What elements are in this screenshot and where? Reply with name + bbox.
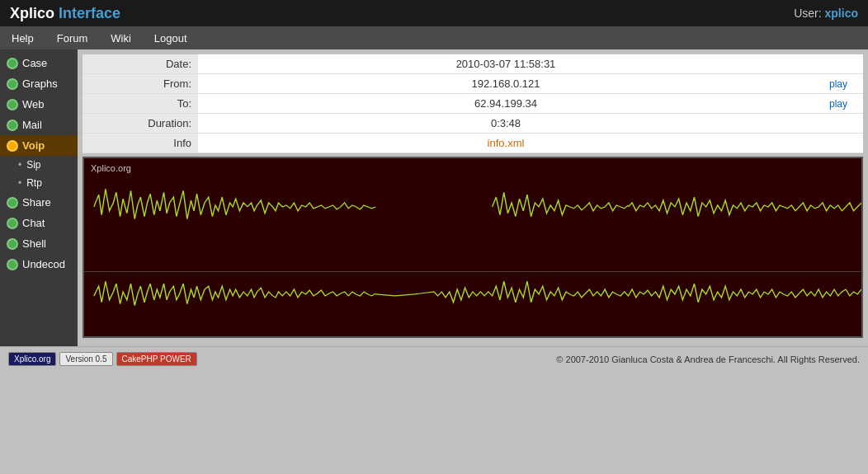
sidebar-item-voip[interactable]: Voip	[0, 135, 78, 156]
sidebar-item-sip[interactable]: Sip	[0, 156, 78, 174]
sidebar-label-web: Web	[22, 98, 45, 110]
from-label: From:	[83, 74, 198, 94]
footer: Xplico.org Version 0.5 CakePHP POWER © 2…	[0, 346, 868, 371]
sidebar-label-sip: Sip	[26, 159, 40, 171]
sidebar-item-chat[interactable]: Chat	[0, 213, 78, 233]
sidebar-label-share: Share	[22, 196, 51, 209]
sidebar-item-mail[interactable]: Mail	[0, 115, 78, 135]
sidebar-label-mail: Mail	[22, 119, 42, 131]
sidebar-label-case: Case	[22, 57, 47, 69]
mail-icon	[7, 120, 18, 131]
info-play-cell	[814, 134, 863, 153]
info-link[interactable]: info.xml	[488, 137, 525, 149]
logo-xplico: Xplico	[10, 5, 54, 21]
info-value[interactable]: info.xml	[198, 134, 814, 153]
waveform-container: Xplico.org	[83, 157, 863, 338]
footer-badges: Xplico.org Version 0.5 CakePHP POWER	[8, 352, 197, 366]
waveform-svg	[84, 158, 861, 336]
to-value: 62.94.199.34	[198, 94, 814, 114]
info-label: Info	[83, 134, 198, 153]
badge-xplico: Xplico.org	[8, 352, 56, 366]
play-to-link[interactable]: play	[829, 98, 847, 110]
to-label: To:	[83, 94, 198, 114]
sidebar-label-rtp: Rtp	[26, 177, 42, 189]
from-value: 192.168.0.121	[198, 74, 814, 94]
shell-icon	[7, 238, 18, 250]
sidebar-label-graphs: Graphs	[22, 77, 58, 90]
copyright: © 2007-2010 Gianluca Costa & Andrea de F…	[556, 354, 860, 364]
sidebar-item-rtp[interactable]: Rtp	[0, 174, 78, 192]
sidebar-item-web[interactable]: Web	[0, 94, 78, 115]
badge-cake: CakePHP POWER	[116, 352, 197, 366]
nav-logout[interactable]: Logout	[143, 27, 199, 49]
date-row: Date: 2010-03-07 11:58:31	[83, 54, 863, 74]
sidebar-label-voip: Voip	[22, 139, 45, 152]
play-to-cell[interactable]: play	[814, 94, 863, 114]
date-value: 2010-03-07 11:58:31	[198, 54, 814, 74]
logo-interface: Interface	[59, 5, 120, 21]
navbar: Help Forum Wiki Logout	[0, 26, 868, 49]
graphs-icon	[7, 78, 18, 90]
undecod-icon	[7, 259, 18, 270]
to-row: To: 62.94.199.34 play	[83, 94, 863, 114]
user-info: User: xplico	[794, 7, 858, 20]
sidebar-item-shell[interactable]: Shell	[0, 233, 78, 254]
content-area: Date: 2010-03-07 11:58:31 From: 192.168.…	[78, 49, 868, 346]
play-from-cell[interactable]: play	[814, 74, 863, 94]
case-icon	[7, 58, 18, 69]
user-label: User:	[794, 7, 821, 20]
sidebar: Case Graphs Web Mail Voip Sip Rtp Share	[0, 49, 78, 346]
chat-icon	[7, 218, 18, 229]
duration-row: Duration: 0:3:48	[83, 114, 863, 134]
from-row: From: 192.168.0.121 play	[83, 74, 863, 94]
waveform-label: Xplico.org	[91, 163, 131, 173]
sidebar-label-chat: Chat	[22, 217, 45, 229]
info-row: Info info.xml	[83, 134, 863, 153]
detail-table: Date: 2010-03-07 11:58:31 From: 192.168.…	[83, 54, 863, 153]
sidebar-item-share[interactable]: Share	[0, 192, 78, 213]
sidebar-label-undecod: Undecod	[22, 258, 65, 270]
date-play-cell	[814, 54, 863, 74]
header: Xplico Interface User: xplico	[0, 0, 868, 26]
sidebar-label-shell: Shell	[22, 237, 46, 250]
play-from-link[interactable]: play	[829, 78, 847, 90]
sidebar-item-undecod[interactable]: Undecod	[0, 254, 78, 275]
duration-label: Duration:	[83, 114, 198, 134]
sidebar-item-case[interactable]: Case	[0, 53, 78, 73]
nav-help[interactable]: Help	[0, 27, 45, 49]
date-label: Date:	[83, 54, 198, 74]
duration-value: 0:3:48	[198, 114, 814, 134]
share-icon	[7, 197, 18, 209]
nav-wiki[interactable]: Wiki	[99, 27, 143, 49]
web-icon	[7, 99, 18, 110]
duration-play-cell	[814, 114, 863, 134]
badge-version: Version 0.5	[59, 352, 112, 366]
main-layout: Case Graphs Web Mail Voip Sip Rtp Share	[0, 49, 868, 346]
sidebar-item-graphs[interactable]: Graphs	[0, 73, 78, 94]
logo: Xplico Interface	[10, 5, 120, 22]
nav-forum[interactable]: Forum	[45, 27, 100, 49]
username: xplico	[825, 7, 858, 20]
voip-icon	[7, 140, 18, 152]
